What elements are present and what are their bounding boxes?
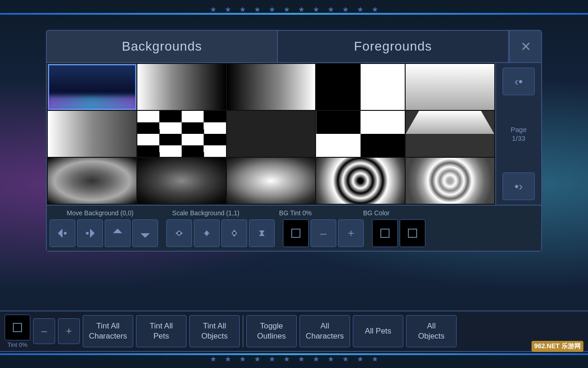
minus-icon: – xyxy=(320,227,326,240)
controls-buttons: – + xyxy=(50,219,538,247)
bg-cell-8[interactable] xyxy=(227,111,316,157)
tab-backgrounds[interactable]: Backgrounds xyxy=(47,31,278,62)
global-tint-plus-button[interactable]: + xyxy=(58,318,80,344)
bg-cell-13[interactable] xyxy=(227,158,316,204)
tint-color-swatch[interactable] xyxy=(283,219,309,247)
bg-cell-11[interactable] xyxy=(48,158,136,204)
toggle-outlines-label: Toggle Outlines xyxy=(257,321,286,341)
star-icon: ★ xyxy=(225,355,231,363)
plus-icon: + xyxy=(348,227,354,240)
bg-cell-9[interactable] xyxy=(316,111,405,157)
tint-all-characters-label: Tint All Characters xyxy=(89,321,127,341)
star-icon: ★ xyxy=(239,355,246,363)
tint-decrease-button[interactable]: – xyxy=(311,219,336,247)
next-page-button[interactable]: •› xyxy=(503,172,535,200)
bg-cell-12[interactable] xyxy=(137,158,226,204)
star-icon: ★ xyxy=(298,5,305,14)
star-icon: ★ xyxy=(269,355,275,363)
watermark: 962.NET 乐游网 xyxy=(531,341,583,352)
bg-cell-4[interactable] xyxy=(316,64,405,110)
tint-square-inner xyxy=(291,229,300,238)
bg-cell-10[interactable] xyxy=(406,111,494,157)
tint-all-characters-button[interactable]: Tint All Characters xyxy=(83,315,133,347)
tint-all-objects-button[interactable]: Tint All Objects xyxy=(189,315,240,347)
all-characters-label: All Characters xyxy=(305,321,344,341)
all-pets-label: All Pets xyxy=(365,326,391,336)
star-icon: ★ xyxy=(298,355,305,363)
controls-row: Move Background (0,0) Scale Background (… xyxy=(47,205,541,251)
star-icon: ★ xyxy=(342,5,349,14)
star-icon: ★ xyxy=(269,5,275,14)
scale-contract-vert-button[interactable] xyxy=(249,219,275,247)
tint-all-objects-label: Tint All Objects xyxy=(201,321,228,341)
toggle-outlines-button[interactable]: Toggle Outlines xyxy=(246,315,297,347)
move-right-button[interactable] xyxy=(77,219,103,247)
svg-marker-4 xyxy=(113,229,122,233)
star-icon: ★ xyxy=(283,5,290,14)
next-icon: •› xyxy=(514,179,523,194)
scale-contract-button[interactable] xyxy=(194,219,220,247)
star-icon: ★ xyxy=(372,355,378,363)
bg-cell-7[interactable] xyxy=(137,111,226,157)
close-button[interactable]: ✕ xyxy=(509,31,541,62)
bg-color-inner-1 xyxy=(380,229,390,238)
prev-page-button[interactable]: ‹• xyxy=(503,68,535,95)
bg-cell-15[interactable] xyxy=(406,158,494,204)
star-icon: ★ xyxy=(313,355,319,363)
svg-point-8 xyxy=(178,232,181,235)
plus-icon: + xyxy=(66,325,72,337)
star-icon: ★ xyxy=(283,355,290,363)
background-grid xyxy=(47,63,495,205)
move-left-button[interactable] xyxy=(50,219,75,247)
all-objects-label: All Objects xyxy=(418,321,445,341)
star-icon: ★ xyxy=(254,355,260,363)
bg-color-swatch-2[interactable] xyxy=(400,219,425,247)
bg-cell-2[interactable] xyxy=(137,64,226,110)
tab-foregrounds-label: Foregrounds xyxy=(354,39,432,54)
bg-cell-3[interactable] xyxy=(227,64,316,110)
stars-top: ★ ★ ★ ★ ★ ★ ★ ★ ★ ★ ★ ★ xyxy=(0,2,588,16)
background-editor-dialog: Backgrounds Foregrounds ✕ xyxy=(46,30,542,252)
tab-backgrounds-label: Backgrounds xyxy=(122,39,202,54)
star-icon: ★ xyxy=(342,355,349,363)
bg-cell-1[interactable] xyxy=(48,64,136,110)
svg-point-3 xyxy=(86,232,89,235)
star-icon: ★ xyxy=(357,355,363,363)
all-characters-button[interactable]: All Characters xyxy=(300,315,350,347)
all-objects-button[interactable]: All Objects xyxy=(406,315,457,347)
star-icon: ★ xyxy=(225,5,231,14)
global-tint-minus-button[interactable]: – xyxy=(33,318,55,344)
tab-foregrounds[interactable]: Foregrounds xyxy=(278,31,509,62)
star-icon: ★ xyxy=(239,5,246,14)
bg-tint-label: BG Tint 0% xyxy=(261,209,330,217)
svg-point-13 xyxy=(233,232,236,235)
star-icon: ★ xyxy=(254,5,260,14)
content-area: ‹• Page 1/33 •› xyxy=(47,63,541,205)
svg-marker-2 xyxy=(90,229,95,238)
close-icon: ✕ xyxy=(520,39,531,54)
tint-increase-button[interactable]: + xyxy=(338,219,364,247)
scale-expand-vert-button[interactable] xyxy=(221,219,247,247)
bg-color-inner-2 xyxy=(408,229,417,238)
bg-color-swatch-1[interactable] xyxy=(372,219,398,247)
scale-expand-button[interactable] xyxy=(166,219,192,247)
stars-bottom: ★ ★ ★ ★ ★ ★ ★ ★ ★ ★ ★ ★ xyxy=(0,352,588,366)
bg-cell-5[interactable] xyxy=(406,64,494,110)
star-icon: ★ xyxy=(328,5,334,14)
tint-all-pets-button[interactable]: Tint All Pets xyxy=(136,315,187,347)
tint-group: Tint 0% xyxy=(5,315,30,348)
global-tint-swatch[interactable] xyxy=(5,315,30,340)
star-icon: ★ xyxy=(313,5,319,14)
star-icon: ★ xyxy=(210,355,216,363)
svg-marker-0 xyxy=(58,229,62,238)
controls-labels: Move Background (0,0) Scale Background (… xyxy=(50,209,538,217)
all-pets-button[interactable]: All Pets xyxy=(353,315,403,347)
star-icon: ★ xyxy=(372,5,378,14)
move-up-button[interactable] xyxy=(105,219,130,247)
tint-all-pets-label: Tint All Pets xyxy=(150,321,173,341)
bg-cell-14[interactable] xyxy=(316,158,405,204)
bg-color-label: BG Color xyxy=(334,209,390,217)
bg-cell-6[interactable] xyxy=(48,111,136,157)
move-down-button[interactable] xyxy=(132,219,158,247)
divider xyxy=(243,315,243,347)
